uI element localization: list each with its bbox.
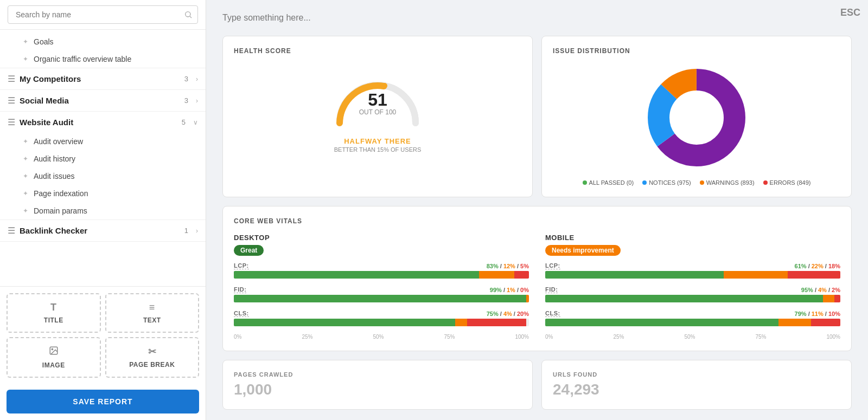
sidebar-item-audit-overview[interactable]: ✦ Audit overview <box>0 133 206 150</box>
gauge-wrap: 51 OUT OF 100 <box>329 69 426 128</box>
widget-pagebreak-label: PAGE BREAK <box>129 361 175 369</box>
widget-pagebreak-button[interactable]: ✂ PAGE BREAK <box>105 337 200 378</box>
desktop-cls-green <box>234 319 455 326</box>
sidebar-item-backlink-checker[interactable]: ☰ Backlink Checker 1 › <box>0 220 206 241</box>
sidebar-item-organic-traffic[interactable]: ✦ Organic traffic overview table <box>0 50 206 68</box>
top-cards-row: HEALTH SCORE 51 OUT OF 100 <box>222 36 852 197</box>
donut-wrap <box>642 63 751 172</box>
legend-item-warnings: WARNINGS (893) <box>700 179 755 186</box>
pages-crawled-label: PAGES CRAWLED <box>234 371 521 378</box>
issue-dist-body: ALL PASSED (0) NOTICES (975) WARNINGS (8… <box>553 63 840 186</box>
health-subtitle: BETTER THAN 15% OF USERS <box>334 146 422 153</box>
svg-point-3 <box>52 348 53 350</box>
desktop-lcp-track <box>234 271 529 279</box>
issue-distribution-card: ISSUE DISTRIBUTION ALL PASSED <box>541 36 852 197</box>
legend-item-errors: ERRORS (849) <box>763 179 811 186</box>
legend: ALL PASSED (0) NOTICES (975) WARNINGS (8… <box>583 179 811 186</box>
legend-dot-warnings <box>700 180 704 185</box>
sub-label-audit-history: Audit history <box>34 154 75 163</box>
sidebar: ✦ Goals ✦ Organic traffic overview table… <box>0 0 206 420</box>
desktop-cls-track <box>234 319 529 326</box>
group-count-3: 5 <box>182 118 186 126</box>
gauge-number: 51 <box>359 91 396 108</box>
urls-found-card: URLS FOUND 24,293 <box>541 360 852 410</box>
group-top: ✦ Goals ✦ Organic traffic overview table <box>0 33 206 68</box>
urls-found-label: URLS FOUND <box>553 371 840 378</box>
crosshair-icon: ✦ <box>23 38 28 46</box>
desktop-fid-row: FID: 99% / 1% / 0% <box>234 286 529 302</box>
widget-title-button[interactable]: T TITLE <box>7 293 101 333</box>
chevron-right-icon-4: › <box>196 227 198 235</box>
sidebar-item-audit-history[interactable]: ✦ Audit history <box>0 150 206 167</box>
mobile-badge: Needs improvement <box>545 245 621 256</box>
sub-label-domain-params: Domain params <box>34 206 87 215</box>
sub-label-audit-issues: Audit issues <box>34 172 74 180</box>
desktop-fid-track <box>234 295 529 302</box>
crosshair-icon-6: ✦ <box>23 190 28 197</box>
desktop-lcp-row: LCP: 83% / 12% / 5% <box>234 262 529 279</box>
close-button[interactable]: ESC <box>840 8 860 17</box>
group-label: My Competitors <box>20 74 180 83</box>
sidebar-item-domain-params[interactable]: ✦ Domain params <box>0 202 206 219</box>
desktop-lcp-pcts: 83% / 12% / 5% <box>487 263 529 269</box>
cwv-desktop: DESKTOP Great LCP: 83% / 12% / 5% <box>234 234 529 340</box>
health-score-card: HEALTH SCORE 51 OUT OF 100 <box>222 36 533 197</box>
desktop-lcp-label-row: LCP: 83% / 12% / 5% <box>234 262 529 269</box>
crosshair-icon-5: ✦ <box>23 172 28 180</box>
svg-point-4 <box>382 83 387 88</box>
legend-dot-passed <box>583 180 587 185</box>
cwv-mobile: MOBILE Needs improvement LCP: 61% / 22% … <box>545 234 840 340</box>
donut-svg <box>642 63 751 172</box>
core-web-vitals-card: CORE WEB VITALS DESKTOP Great LCP: 83% /… <box>222 206 852 351</box>
desktop-cls-label-row: CLS: 75% / 4% / 20% <box>234 310 529 317</box>
mobile-label: MOBILE <box>545 234 840 242</box>
mobile-cls-orange <box>778 319 811 326</box>
legend-item-notices: NOTICES (975) <box>642 179 691 186</box>
mobile-lcp-label-row: LCP: 61% / 22% / 18% <box>545 262 840 269</box>
widget-image-button[interactable]: IMAGE <box>7 337 101 378</box>
save-report-button[interactable]: SAVE REPORT <box>7 390 199 413</box>
menu-icon-4: ☰ <box>8 225 15 236</box>
mobile-cls-label-row: CLS: 79% / 11% / 10% <box>545 310 840 317</box>
gauge-out-of: OUT OF 100 <box>359 108 396 116</box>
widget-buttons: T TITLE ≡ TEXT IMAGE ✂ PAGE BREAK <box>0 286 206 384</box>
sidebar-item-social-media[interactable]: ☰ Social Media 3 › <box>0 90 206 111</box>
legend-label-warnings: WARNINGS (893) <box>706 179 755 186</box>
title-icon: T <box>50 302 57 313</box>
mobile-lcp-track <box>545 271 840 279</box>
chevron-right-icon-2: › <box>196 97 198 105</box>
gauge-center: 51 OUT OF 100 <box>359 91 396 116</box>
desktop-cls-orange <box>455 319 467 326</box>
mobile-fid-red <box>834 295 840 302</box>
mobile-fid-track <box>545 295 840 302</box>
mobile-lcp-row: LCP: 61% / 22% / 18% <box>545 262 840 279</box>
sidebar-item-website-audit[interactable]: ☰ Website Audit 5 ∨ <box>0 112 206 133</box>
group-my-competitors: ☰ My Competitors 3 › <box>0 68 206 90</box>
image-icon <box>49 346 59 358</box>
widget-text-button[interactable]: ≡ TEXT <box>105 293 200 333</box>
group-label-3: Website Audit <box>20 118 177 127</box>
desktop-badge: Great <box>234 245 264 256</box>
desktop-lcp-orange <box>479 271 514 279</box>
sidebar-list: ✦ Goals ✦ Organic traffic overview table… <box>0 30 206 286</box>
sidebar-item-page-indexation[interactable]: ✦ Page indexation <box>0 185 206 202</box>
urls-found-value: 24,293 <box>553 381 840 398</box>
legend-label-errors: ERRORS (849) <box>770 179 811 186</box>
desktop-fid-orange <box>526 295 529 302</box>
sidebar-item-my-competitors[interactable]: ☰ My Competitors 3 › <box>0 68 206 89</box>
pages-crawled-value: 1,000 <box>234 381 521 398</box>
legend-label-passed: ALL PASSED (0) <box>589 179 634 186</box>
cwv-title: CORE WEB VITALS <box>234 217 840 225</box>
search-input[interactable] <box>8 5 198 24</box>
sub-label-audit-overview: Audit overview <box>34 137 83 146</box>
legend-label-notices: NOTICES (975) <box>649 179 691 186</box>
sidebar-item-audit-issues[interactable]: ✦ Audit issues <box>0 167 206 185</box>
mobile-lcp-pcts: 61% / 22% / 18% <box>795 263 840 269</box>
search-bar <box>0 0 206 30</box>
mobile-fid-label-row: FID: 95% / 4% / 2% <box>545 286 840 293</box>
type-here-input[interactable] <box>222 11 602 25</box>
crosshair-icon-2: ✦ <box>23 55 28 63</box>
widget-image-label: IMAGE <box>42 361 65 369</box>
sidebar-item-goals[interactable]: ✦ Goals <box>0 33 206 50</box>
desktop-cls-pcts: 75% / 4% / 20% <box>487 311 529 317</box>
